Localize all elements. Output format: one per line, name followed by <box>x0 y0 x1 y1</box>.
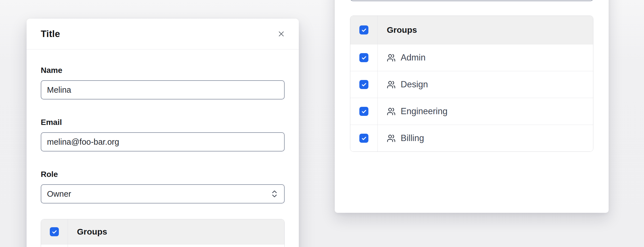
email-label: Email <box>41 118 285 127</box>
group-row[interactable]: Billing <box>350 125 593 151</box>
group-row[interactable]: Admin <box>350 44 593 71</box>
panel-groups-table-header: Groups <box>350 16 593 44</box>
close-icon <box>277 30 285 38</box>
panel-groups-table: Groups <box>350 16 593 152</box>
role-select-value: Owner <box>47 189 71 199</box>
modal-header: Title <box>27 19 299 49</box>
group-name: Design <box>401 79 428 90</box>
groups-panel: Groups <box>335 0 609 213</box>
close-button[interactable] <box>276 29 286 39</box>
modal-title: Title <box>41 29 60 39</box>
modal-groups-table-cropped-row <box>41 244 284 247</box>
role-select[interactable]: Owner <box>41 184 285 203</box>
modal-select-all-checkbox[interactable] <box>50 227 59 236</box>
group-checkbox[interactable] <box>359 53 368 62</box>
users-icon <box>387 107 396 116</box>
user-edit-modal: Title Name Email Role Owner <box>27 19 299 247</box>
name-input[interactable] <box>41 80 285 99</box>
modal-groups-column-header: Groups <box>77 227 107 237</box>
group-row[interactable]: Design <box>350 71 593 98</box>
check-icon <box>51 229 57 235</box>
check-icon <box>361 135 367 141</box>
email-field: Email <box>41 118 285 151</box>
role-label: Role <box>41 170 285 179</box>
name-label: Name <box>41 66 285 75</box>
panel-groups-rows: Admin <box>350 44 593 151</box>
group-checkbox[interactable] <box>359 134 368 143</box>
check-icon <box>361 27 367 33</box>
group-checkbox[interactable] <box>359 80 368 89</box>
group-row[interactable]: Engineering <box>350 98 593 125</box>
check-icon <box>361 55 367 61</box>
group-name: Billing <box>401 133 424 143</box>
name-field: Name <box>41 66 285 99</box>
modal-groups-table: Groups <box>41 219 285 247</box>
panel-groups-column-header: Groups <box>387 25 417 35</box>
check-icon <box>361 82 367 88</box>
users-icon <box>387 134 396 143</box>
group-name: Admin <box>401 53 426 63</box>
modal-body: Name Email Role Owner <box>27 66 299 247</box>
chevrons-up-down-icon <box>270 189 279 198</box>
modal-groups-table-header: Groups <box>41 219 284 244</box>
check-icon <box>361 109 367 114</box>
email-input[interactable] <box>41 132 285 151</box>
cropped-select-bottom <box>350 0 593 1</box>
panel-select-all-checkbox[interactable] <box>359 25 368 34</box>
group-checkbox[interactable] <box>359 107 368 116</box>
role-field: Role Owner <box>41 170 285 203</box>
group-name: Engineering <box>401 106 447 116</box>
users-icon <box>387 53 396 62</box>
users-icon <box>387 80 396 89</box>
page-background: { "colors":{"accent":"#2066ec","table_he… <box>0 0 644 247</box>
